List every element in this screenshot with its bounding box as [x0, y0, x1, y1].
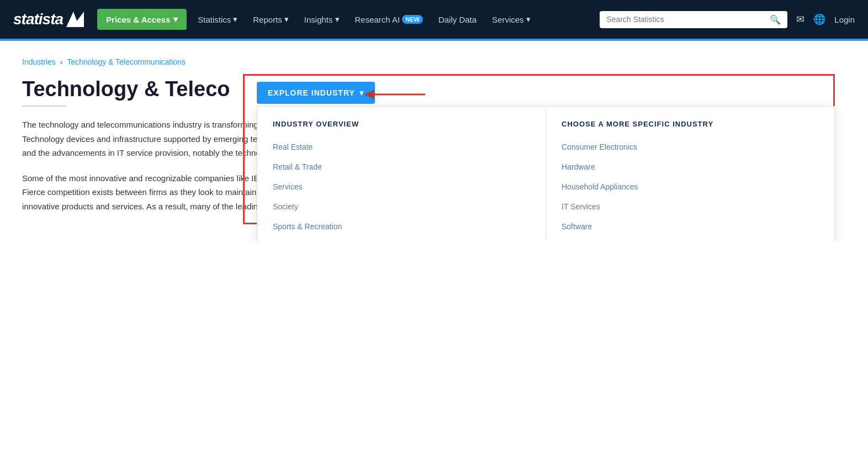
search-icon[interactable]: 🔍: [770, 14, 781, 25]
list-item[interactable]: IT Services: [546, 197, 834, 217]
dropdown-left-col: INDUSTRY OVERVIEW Real Estate Retail & T…: [257, 107, 546, 241]
new-badge: NEW: [402, 15, 423, 24]
arrow-indicator: [364, 86, 431, 105]
main-nav: Statistics ▾ Reports ▾ Insights ▾ Resear…: [191, 10, 600, 29]
search-box[interactable]: 🔍: [600, 11, 787, 28]
nav-daily-data[interactable]: Daily Data: [432, 10, 483, 29]
title-underline: [22, 106, 66, 107]
list-item[interactable]: Consumer Electronics: [546, 137, 834, 157]
chevron-down-icon: ▾: [526, 14, 531, 24]
chevron-down-icon: ▾: [284, 14, 289, 24]
chevron-down-icon: ▾: [359, 88, 364, 97]
industry-list: Real Estate Retail & Trade Services Soci…: [257, 137, 546, 241]
dropdown-right-col: CHOOSE A MORE SPECIFIC INDUSTRY Consumer…: [546, 107, 834, 241]
breadcrumb: Industries › Technology & Telecommunicat…: [22, 57, 846, 66]
login-button[interactable]: Login: [834, 15, 855, 24]
mail-icon[interactable]: ✉: [796, 13, 805, 25]
nav-reports[interactable]: Reports ▾: [246, 10, 295, 29]
logo-icon: [66, 12, 84, 27]
nav-services[interactable]: Services ▾: [485, 10, 537, 29]
main-content: Industries › Technology & Telecommunicat…: [0, 41, 868, 241]
logo[interactable]: statista: [13, 10, 84, 28]
explore-btn-wrap: EXPLORE INDUSTRY ▾: [257, 82, 375, 104]
search-input[interactable]: [606, 15, 770, 24]
list-item[interactable]: Society: [257, 197, 546, 217]
list-item-active[interactable]: ✓ Technology & Telecommunications: [257, 236, 546, 241]
list-item[interactable]: Real Estate: [257, 137, 546, 157]
list-item[interactable]: Household Appliances: [546, 177, 834, 197]
globe-icon[interactable]: 🌐: [813, 13, 825, 25]
explore-industry-dropdown: INDUSTRY OVERVIEW Real Estate Retail & T…: [257, 106, 835, 241]
specific-industry-list: Consumer Electronics Hardware Household …: [546, 137, 834, 241]
nav-research-ai[interactable]: Research AI NEW: [348, 10, 430, 29]
list-item[interactable]: Sports & Recreation: [257, 217, 546, 236]
list-item[interactable]: Services: [257, 177, 546, 197]
header-right: 🔍 ✉ 🌐 Login: [600, 11, 855, 28]
logo-text: statista: [13, 10, 63, 28]
specific-industry-title: CHOOSE A MORE SPECIFIC INDUSTRY: [546, 120, 834, 137]
list-item[interactable]: Retail & Trade: [257, 157, 546, 177]
prices-access-button[interactable]: Prices & Access ▾: [97, 9, 187, 30]
list-item[interactable]: Hardware: [546, 157, 834, 177]
breadcrumb-tech-telecom[interactable]: Technology & Telecommunications: [67, 57, 186, 66]
nav-statistics[interactable]: Statistics ▾: [191, 10, 244, 29]
page-title: Technology & Teleco: [22, 77, 846, 101]
chevron-down-icon: ▾: [173, 14, 178, 24]
nav-insights[interactable]: Insights ▾: [298, 10, 346, 29]
chevron-down-icon: ▾: [233, 14, 237, 24]
list-item[interactable]: Telecommunications: [546, 236, 834, 241]
main-header: statista Prices & Access ▾ Statistics ▾ …: [0, 0, 868, 39]
list-item[interactable]: Software: [546, 217, 834, 236]
explore-industry-button[interactable]: EXPLORE INDUSTRY ▾: [257, 82, 375, 104]
breadcrumb-separator: ›: [60, 57, 63, 66]
breadcrumb-industries[interactable]: Industries: [22, 57, 56, 66]
chevron-down-icon: ▾: [335, 14, 340, 24]
svg-marker-1: [364, 89, 374, 99]
industry-overview-title: INDUSTRY OVERVIEW: [257, 120, 546, 137]
